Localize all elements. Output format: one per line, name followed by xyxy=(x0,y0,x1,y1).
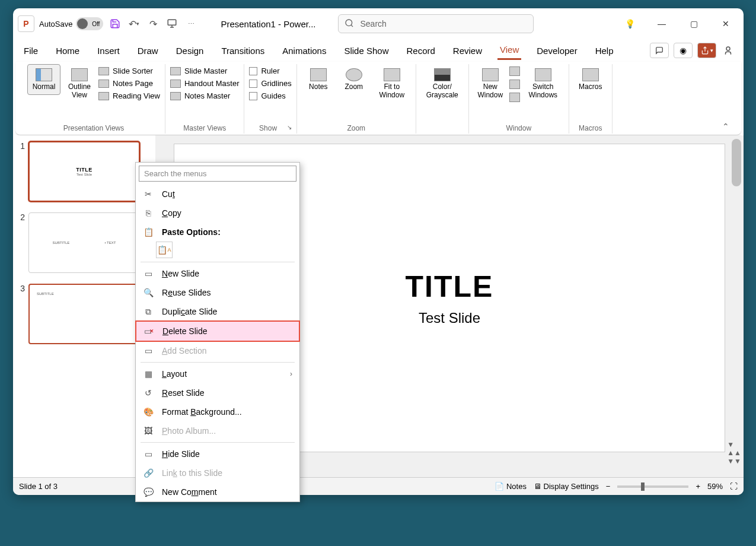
ruler-checkbox[interactable]: Ruler xyxy=(249,66,291,75)
notes-page-button[interactable]: Notes Page xyxy=(98,79,160,88)
menu-new-comment[interactable]: 💬New Comment xyxy=(136,482,299,501)
slide-sorter-button[interactable]: Slide Sorter xyxy=(98,66,160,75)
svg-line-4 xyxy=(352,25,353,27)
slide-title[interactable]: TITLE xyxy=(406,269,494,304)
record-button[interactable]: ◉ xyxy=(674,43,693,58)
zoom-percent[interactable]: 59% xyxy=(707,482,723,491)
slide-thumbnail-1[interactable]: TITLE Test Slide xyxy=(28,141,140,202)
notes-button[interactable]: Notes xyxy=(302,64,335,95)
menu-new-slide[interactable]: ▭New Slide xyxy=(136,264,299,283)
show-launcher-icon[interactable]: ↘ xyxy=(287,124,292,132)
new-window-button[interactable]: New Window xyxy=(474,64,507,103)
menu-layout[interactable]: ▦Layout› xyxy=(136,364,299,383)
tab-animations[interactable]: Animations xyxy=(280,42,328,59)
qat-more-icon[interactable]: ⋯ xyxy=(184,17,198,31)
arrange-icon[interactable] xyxy=(509,66,520,76)
vertical-scrollbar[interactable] xyxy=(732,139,741,186)
tab-draw[interactable]: Draw xyxy=(135,42,161,59)
autosave-toggle[interactable]: AutoSave Off xyxy=(39,17,103,30)
split-icon[interactable] xyxy=(509,93,520,102)
tab-transitions[interactable]: Transitions xyxy=(219,42,267,59)
menu-reset-slide[interactable]: ↺Reset Slide xyxy=(136,383,299,402)
menu-hide-slide[interactable]: ▭Hide Slide xyxy=(136,445,299,464)
zoom-out-button[interactable]: − xyxy=(606,482,611,491)
chevron-right-icon: › xyxy=(290,370,292,378)
paste-option-keep-text[interactable]: 📋A xyxy=(156,242,173,258)
reading-view-icon xyxy=(98,92,109,100)
group-show: Ruler Gridlines Guides Show↘ xyxy=(244,64,296,134)
menu-paste-options: 📋Paste Options: xyxy=(136,223,299,242)
display-settings-button[interactable]: 🖥 Display Settings xyxy=(534,482,599,491)
menu-format-background[interactable]: 🎨Format Background... xyxy=(136,402,299,421)
switch-windows-button[interactable]: Switch Windows xyxy=(522,64,564,103)
svg-point-6 xyxy=(726,47,730,50)
tab-design[interactable]: Design xyxy=(174,42,206,59)
save-icon[interactable] xyxy=(108,17,122,31)
slide-nav-arrows[interactable]: ▼▲▲▼▼ xyxy=(727,440,741,465)
guides-checkbox[interactable]: Guides xyxy=(249,91,291,100)
menu-cut[interactable]: ✂Cut xyxy=(136,185,299,204)
gridlines-checkbox[interactable]: Gridlines xyxy=(249,79,291,88)
search-input[interactable]: Search xyxy=(338,14,534,33)
undo-icon[interactable]: ↶▾ xyxy=(127,17,141,31)
macros-button[interactable]: Macros xyxy=(574,64,607,95)
user-icon[interactable] xyxy=(721,43,735,58)
menu-add-section: ▭Add Section xyxy=(136,341,299,360)
tab-review[interactable]: Review xyxy=(451,42,484,59)
maximize-button[interactable]: ▢ xyxy=(687,17,701,31)
tab-home[interactable]: Home xyxy=(53,42,82,59)
tab-help[interactable]: Help xyxy=(593,42,616,59)
zoom-in-button[interactable]: + xyxy=(696,482,700,491)
fit-window-button[interactable]: Fit to Window xyxy=(373,64,411,103)
autosave-label: AutoSave xyxy=(39,20,72,28)
comment-icon: 💬 xyxy=(143,487,154,497)
slide-subtitle[interactable]: Test Slide xyxy=(419,310,480,326)
tab-insert[interactable]: Insert xyxy=(95,42,122,59)
tab-developer[interactable]: Developer xyxy=(534,42,579,59)
zoom-slider[interactable] xyxy=(617,485,688,488)
slide-thumbnail-3[interactable]: SUBTITLE xyxy=(28,284,140,344)
format-bg-icon: 🎨 xyxy=(143,407,154,417)
reuse-icon: 🔍 xyxy=(143,287,154,298)
fit-screen-icon[interactable]: ⛶ xyxy=(730,482,738,491)
menu-delete-slide[interactable]: ▭✕Delete Slide xyxy=(135,320,300,342)
minimize-button[interactable]: — xyxy=(655,17,669,31)
paste-icon: 📋 xyxy=(143,227,154,237)
notes-master-button[interactable]: Notes Master xyxy=(170,91,240,100)
new-slide-icon: ▭ xyxy=(143,268,154,279)
cascade-icon[interactable] xyxy=(509,80,520,89)
slide-master-button[interactable]: Slide Master xyxy=(170,66,240,75)
present-icon[interactable] xyxy=(165,17,179,31)
tab-record[interactable]: Record xyxy=(404,42,437,59)
comments-button[interactable] xyxy=(650,43,669,58)
menu-reuse-slides[interactable]: 🔍Reuse Slides xyxy=(136,283,299,302)
slide-counter[interactable]: Slide 1 of 3 xyxy=(19,482,58,491)
fit-icon xyxy=(384,68,400,81)
lightbulb-icon[interactable]: 💡 xyxy=(623,17,637,31)
tab-view[interactable]: View xyxy=(497,41,521,60)
reading-view-button[interactable]: Reading View xyxy=(98,91,160,100)
toggle-switch[interactable]: Off xyxy=(76,17,103,30)
menu-search-input[interactable]: Search the menus xyxy=(139,166,296,182)
menu-duplicate-slide[interactable]: ⧉Duplicate Slide xyxy=(136,302,299,321)
layout-icon: ▦ xyxy=(143,369,154,379)
share-button[interactable]: ▾ xyxy=(697,43,716,58)
group-color: Color/ Grayscale xyxy=(416,64,469,134)
tab-slide-show[interactable]: Slide Show xyxy=(342,42,391,59)
redo-icon[interactable]: ↷ xyxy=(146,17,160,31)
normal-view-button[interactable]: Normal xyxy=(27,64,60,95)
outline-view-button[interactable]: Outline View xyxy=(63,64,96,103)
copy-icon: ⎘ xyxy=(143,208,154,218)
slide-thumbnail-2[interactable]: SUBTITLE • TEXT xyxy=(28,212,140,273)
group-master-views: Slide Master Handout Master Notes Master… xyxy=(165,64,245,134)
zoom-button[interactable]: Zoom xyxy=(337,64,371,95)
color-grayscale-button[interactable]: Color/ Grayscale xyxy=(421,64,464,103)
menu-copy[interactable]: ⎘Copy xyxy=(136,204,299,223)
notes-button[interactable]: 📄 Notes xyxy=(495,482,527,491)
close-button[interactable]: ✕ xyxy=(719,17,733,31)
delete-icon: ▭✕ xyxy=(143,326,154,337)
tab-file[interactable]: File xyxy=(21,42,40,59)
outline-icon xyxy=(71,68,88,81)
handout-master-button[interactable]: Handout Master xyxy=(170,79,240,88)
collapse-ribbon-button[interactable]: ⌃ xyxy=(717,119,734,134)
